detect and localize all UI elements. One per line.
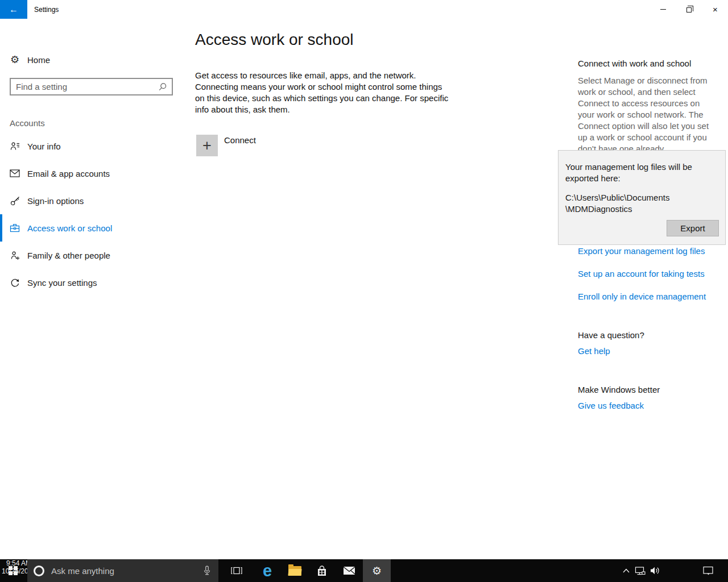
link-setup-test-account[interactable]: Set up an account for taking tests: [578, 269, 705, 278]
chevron-up-icon: [622, 568, 630, 573]
gear-icon: ⚙: [10, 55, 20, 65]
sidebar-item-your-info[interactable]: Your info: [0, 132, 195, 160]
sidebar-item-label: Home: [27, 55, 50, 65]
sidebar-item-label: Sync your settings: [27, 278, 97, 288]
tooltip-message: Your management log files will be export…: [565, 161, 722, 184]
store-bag-icon: [316, 566, 328, 576]
cortana-placeholder: Ask me anything: [51, 566, 203, 576]
tooltip-export-path: C:\Users\Public\Documents \MDMDiagnostic…: [565, 192, 718, 215]
export-tooltip: Your management log files will be export…: [558, 150, 726, 245]
page-description: Get access to resources like email, apps…: [195, 70, 449, 115]
volume-tray-button[interactable]: [648, 559, 663, 582]
edge-icon: e: [263, 563, 272, 579]
taskbar: Ask me anything e: [0, 559, 728, 582]
sidebar-item-label: Your info: [27, 142, 61, 151]
back-arrow-icon: ←: [9, 5, 18, 15]
show-hidden-icons-button[interactable]: [621, 559, 632, 582]
sidebar-item-access-work-school[interactable]: Access work or school: [0, 214, 195, 242]
folder-icon: [288, 566, 301, 576]
plus-icon: +: [196, 135, 218, 156]
key-icon: [10, 196, 20, 206]
task-view-icon: [231, 566, 242, 575]
task-view-button[interactable]: [223, 559, 250, 582]
action-center-icon: [702, 566, 714, 576]
speaker-icon: [650, 566, 660, 575]
edge-browser-button[interactable]: e: [254, 559, 281, 582]
selected-indicator: [0, 214, 2, 242]
section-header-accounts: Accounts: [10, 118, 45, 128]
help-heading: Connect with work and school: [578, 59, 691, 68]
microphone-icon: [203, 566, 211, 576]
sidebar-item-signin-options[interactable]: Sign-in options: [0, 187, 195, 214]
sidebar-item-label: Access work or school: [27, 223, 112, 233]
action-center-button[interactable]: [701, 559, 715, 582]
get-help-link[interactable]: Get help: [578, 346, 610, 356]
briefcase-icon: [10, 223, 20, 232]
find-setting-searchbox[interactable]: [10, 78, 173, 95]
back-button[interactable]: ←: [0, 0, 27, 19]
person-add-icon: [10, 251, 20, 260]
give-feedback-link[interactable]: Give us feedback: [578, 401, 644, 410]
restore-button[interactable]: [676, 0, 702, 19]
help-body-text: Select Manage or disconnect from work or…: [578, 75, 717, 155]
sidebar-item-label: Sign-in options: [27, 196, 84, 206]
sidebar-item-email-accounts[interactable]: Email & app accounts: [0, 160, 195, 187]
windows-logo-icon: [9, 566, 18, 575]
ethernet-network-icon: [635, 566, 646, 576]
export-button[interactable]: Export: [667, 220, 719, 236]
sidebar-item-home[interactable]: ⚙ Home: [0, 48, 195, 71]
title-bar: ← Settings ×: [0, 0, 728, 19]
envelope-icon: [10, 169, 20, 177]
connect-label: Connect: [224, 135, 256, 156]
link-enroll-device-management[interactable]: Enroll only in device management: [578, 292, 706, 301]
sidebar-item-label: Family & other people: [27, 251, 110, 260]
minimize-icon: [660, 9, 666, 10]
settings-sidebar: ⚙ Home Accounts Your info: [0, 19, 195, 559]
cortana-icon: [34, 566, 44, 576]
network-tray-button[interactable]: [633, 559, 647, 582]
search-input[interactable]: [11, 82, 158, 92]
mail-button[interactable]: [336, 559, 363, 582]
cortana-search-box[interactable]: Ask me anything: [27, 559, 218, 582]
close-icon: ×: [713, 5, 718, 14]
start-button[interactable]: [0, 559, 26, 582]
page-title: Access work or school: [195, 31, 354, 49]
feedback-heading: Make Windows better: [578, 385, 660, 394]
minimize-button[interactable]: [650, 0, 676, 19]
restore-icon: [686, 7, 692, 13]
connect-button[interactable]: + Connect: [196, 135, 256, 156]
file-explorer-button[interactable]: [281, 559, 308, 582]
link-export-log-files[interactable]: Export your management log files: [578, 246, 705, 256]
search-icon: [158, 82, 167, 92]
app-title: Settings: [34, 0, 59, 19]
store-button[interactable]: [308, 559, 336, 582]
close-button[interactable]: ×: [702, 0, 728, 19]
sync-icon: [10, 278, 20, 287]
gear-icon: ⚙: [372, 566, 382, 576]
mail-envelope-icon: [343, 566, 355, 575]
question-heading: Have a question?: [578, 330, 644, 340]
sidebar-item-family-other-people[interactable]: Family & other people: [0, 242, 195, 269]
sidebar-item-label: Email & app accounts: [27, 169, 110, 178]
person-card-icon: [10, 142, 20, 151]
settings-app-button[interactable]: ⚙: [363, 559, 391, 582]
sidebar-item-sync-settings[interactable]: Sync your settings: [0, 269, 195, 296]
